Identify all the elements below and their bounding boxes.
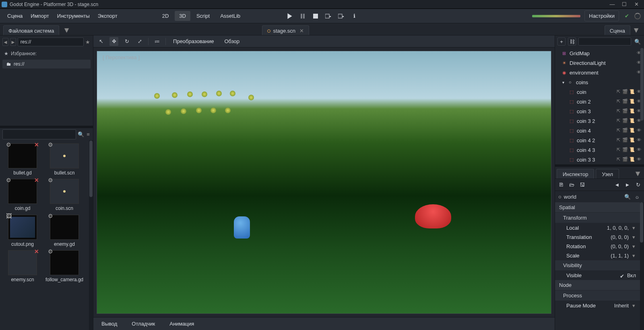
scene-node[interactable]: ⬚coin 3⇱🎬📜👁 bbox=[555, 106, 644, 116]
save-resource-button[interactable]: 🖫 bbox=[578, 182, 586, 188]
file-cell[interactable]: ⚙✕coin.gd bbox=[2, 177, 43, 213]
scene-node[interactable]: ⬚coin 4⇱🎬📜👁 bbox=[555, 126, 644, 135]
play-scene-button[interactable] bbox=[336, 11, 346, 21]
transform-menu[interactable]: Преобразование bbox=[170, 37, 217, 46]
close-button[interactable]: ✕ bbox=[630, 1, 642, 7]
file-cell[interactable]: ⚙coin.scn bbox=[43, 177, 85, 213]
rotate-tool-button[interactable]: ↻ bbox=[122, 37, 131, 46]
new-resource-button[interactable]: 🖹 bbox=[557, 182, 565, 188]
prop-scale[interactable]: Scale(1, 1, 1)▾ bbox=[555, 251, 640, 260]
prop-visible[interactable]: Visible✔Вкл bbox=[555, 271, 640, 280]
add-node-button[interactable]: + bbox=[557, 37, 566, 46]
prop-rotation[interactable]: Rotation(0, 0, 0)▾ bbox=[555, 242, 640, 251]
object-options-button[interactable]: ☼ bbox=[634, 194, 641, 200]
bottom-output[interactable]: Вывод bbox=[98, 319, 120, 328]
script-icon[interactable]: 📜 bbox=[629, 118, 635, 124]
tab-script[interactable]: Script bbox=[192, 11, 214, 21]
menu-scene[interactable]: Сцена bbox=[3, 11, 27, 21]
script-icon[interactable]: 📜 bbox=[629, 137, 635, 143]
anim-icon[interactable]: 🎬 bbox=[622, 128, 628, 133]
bottom-debugger[interactable]: Отладчик bbox=[128, 319, 158, 328]
open-scene-icon[interactable]: ⇱ bbox=[615, 137, 621, 143]
open-scene-icon[interactable]: ⇱ bbox=[615, 108, 621, 114]
scene-search-button[interactable]: 🔍 bbox=[634, 37, 642, 46]
script-icon[interactable]: 📜 bbox=[629, 128, 635, 133]
anim-icon[interactable]: 🎬 bbox=[622, 137, 628, 143]
stop-button[interactable] bbox=[311, 11, 320, 21]
scene-tree-scrollbar[interactable] bbox=[640, 48, 644, 164]
scene-node[interactable]: ☀DirectionalLight👁 bbox=[555, 58, 644, 68]
section-node[interactable]: Node bbox=[555, 280, 640, 291]
file-cell[interactable]: ⚙✕bullet.gd bbox=[2, 142, 43, 177]
prop-translation[interactable]: Translation(0, 0, 0)▾ bbox=[555, 232, 640, 242]
load-resource-button[interactable]: 🗁 bbox=[568, 182, 575, 188]
menu-export[interactable]: Экспорт bbox=[94, 11, 122, 21]
node-list-button[interactable]: ≔ bbox=[153, 37, 161, 46]
nav-back-button[interactable]: ◄ bbox=[2, 38, 8, 46]
scene-node[interactable]: ◉environment👁 bbox=[555, 68, 644, 77]
viewport-perspective-label[interactable]: [ Перспектива ] bbox=[103, 54, 140, 60]
scene-node[interactable]: ⬚coin⇱🎬📜👁 bbox=[555, 87, 644, 97]
close-tab-button[interactable]: ✕ bbox=[299, 28, 304, 34]
script-icon[interactable]: 📜 bbox=[629, 157, 635, 162]
play-button[interactable] bbox=[285, 11, 295, 21]
anim-icon[interactable]: 🎬 bbox=[622, 99, 628, 104]
tab-stage-scn[interactable]: stage.scn ✕ bbox=[262, 25, 309, 35]
file-grid-scrollbar[interactable] bbox=[89, 140, 93, 330]
anim-icon[interactable]: 🎬 bbox=[622, 118, 628, 124]
tab-node[interactable]: Узел bbox=[596, 169, 619, 178]
view-menu[interactable]: Обзор bbox=[221, 37, 243, 46]
menu-tools[interactable]: Инструменты bbox=[53, 11, 94, 21]
play-custom-scene-button[interactable] bbox=[324, 11, 333, 21]
menu-import[interactable]: Импорт bbox=[27, 11, 53, 21]
file-cell[interactable]: ✕enemy.scn bbox=[2, 249, 43, 284]
scale-tool-button[interactable]: ⤢ bbox=[135, 37, 144, 46]
tab-3d[interactable]: 3D bbox=[175, 11, 190, 21]
section-process[interactable]: Process bbox=[555, 291, 640, 301]
open-scene-icon[interactable]: ⇱ bbox=[615, 99, 621, 104]
tab-inspector[interactable]: Инспектор bbox=[557, 169, 594, 178]
instance-node-button[interactable]: ⛓ bbox=[568, 37, 576, 46]
anim-icon[interactable]: 🎬 bbox=[622, 157, 628, 162]
section-transform[interactable]: Transform bbox=[555, 213, 640, 223]
nav-forward-button[interactable]: ► bbox=[10, 38, 16, 46]
settings-button[interactable]: Настройки bbox=[584, 10, 619, 21]
script-icon[interactable]: 📜 bbox=[629, 108, 635, 114]
object-search-button[interactable]: 🔍 bbox=[624, 194, 631, 200]
minimize-button[interactable]: — bbox=[606, 1, 618, 7]
file-cell[interactable]: ⚙bullet.scn bbox=[43, 142, 85, 177]
script-icon[interactable]: 📜 bbox=[629, 99, 635, 104]
viewport-3d[interactable]: [ Перспектива ] bbox=[97, 51, 551, 314]
prop-local[interactable]: Local1, 0, 0, 0,▾ bbox=[555, 223, 640, 232]
debug-options-button[interactable]: ℹ bbox=[349, 11, 359, 21]
move-tool-button[interactable]: ✥ bbox=[109, 37, 118, 46]
tab-assetlib[interactable]: AssetLib bbox=[216, 11, 245, 21]
select-tool-button[interactable]: ↖ bbox=[97, 37, 105, 46]
anim-icon[interactable]: 🎬 bbox=[622, 108, 628, 114]
section-visibility[interactable]: Visibility bbox=[555, 260, 640, 271]
history-back-button[interactable]: ◄ bbox=[613, 182, 621, 188]
list-view-icon[interactable]: ≡ bbox=[86, 131, 91, 137]
history-button[interactable]: ↻ bbox=[634, 182, 642, 188]
bottom-animation[interactable]: Анимация bbox=[166, 319, 197, 328]
pause-button[interactable] bbox=[298, 11, 308, 21]
scene-tree[interactable]: ⊞GridMap👁☀DirectionalLight👁◉environment👁… bbox=[555, 48, 644, 164]
search-icon[interactable]: 🔍 bbox=[78, 131, 84, 137]
section-spatial[interactable]: Spatial bbox=[555, 202, 640, 213]
scene-node[interactable]: ⬚coin 3 2⇱🎬📜👁 bbox=[555, 116, 644, 126]
folder-res[interactable]: 🖿res:// bbox=[2, 60, 91, 68]
scene-node[interactable]: ⬚coin 4 3⇱🎬📜👁 bbox=[555, 145, 644, 155]
dock-collapse-button[interactable]: ⯆ bbox=[634, 169, 642, 178]
dock-collapse-button-right[interactable]: ⯆ bbox=[632, 25, 641, 35]
anim-icon[interactable]: 🎬 bbox=[622, 89, 628, 95]
history-forward-button[interactable]: ► bbox=[624, 182, 631, 188]
open-scene-icon[interactable]: ⇱ bbox=[615, 157, 621, 162]
maximize-button[interactable]: ☐ bbox=[618, 1, 630, 7]
file-cell[interactable]: ⚙enemy.gd bbox=[43, 213, 85, 249]
prop-pause-mode[interactable]: Pause ModeInherit▾ bbox=[555, 301, 640, 310]
inspector-scrollbar[interactable] bbox=[640, 202, 644, 330]
scene-node[interactable]: ⬚coin 2⇱🎬📜👁 bbox=[555, 97, 644, 106]
scene-node[interactable]: ⬚coin 4 2⇱🎬📜👁 bbox=[555, 135, 644, 145]
open-scene-icon[interactable]: ⇱ bbox=[615, 128, 621, 133]
scene-search-input[interactable] bbox=[578, 37, 631, 46]
